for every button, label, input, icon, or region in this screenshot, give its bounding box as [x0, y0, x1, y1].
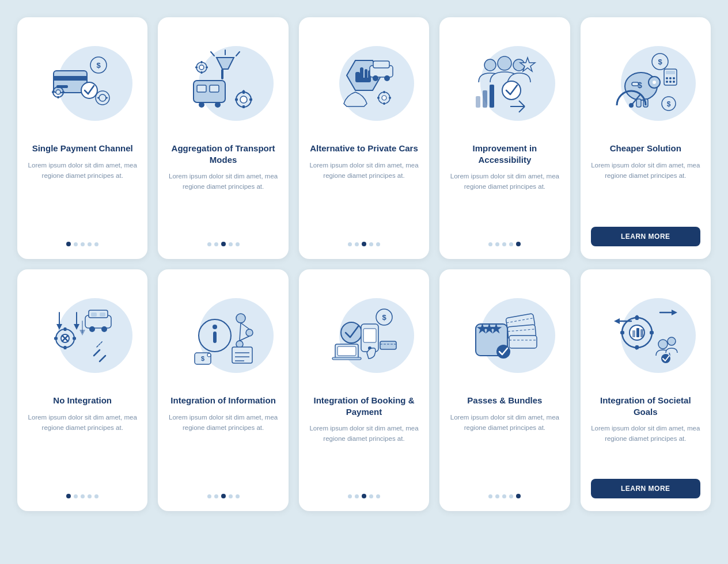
svg-rect-151 [636, 328, 639, 337]
card-body: Lorem ipsum dolor sit dim amet, mea regi… [28, 160, 137, 234]
dot-2 [495, 494, 499, 498]
svg-point-111 [213, 325, 217, 329]
svg-rect-155 [620, 331, 624, 334]
card-alternative-cars: Alternative to Private Cars Lorem ipsum … [299, 17, 429, 259]
svg-rect-38 [206, 67, 208, 68]
single-payment-icon: $ [48, 49, 117, 118]
svg-rect-60 [483, 90, 487, 108]
dot-3 [362, 242, 366, 246]
dot-2 [355, 494, 359, 498]
svg-rect-61 [490, 85, 494, 108]
learn-more-button[interactable]: LEARN MORE [591, 479, 700, 498]
svg-point-79 [673, 77, 675, 79]
cheaper-solution-icon: $ $ $ [611, 49, 680, 118]
alternative-cars-icon [329, 49, 399, 118]
dot-2 [74, 242, 78, 246]
card-icon-area: $ $ $ [591, 29, 700, 138]
svg-line-24 [236, 52, 240, 56]
svg-rect-54 [389, 97, 391, 99]
svg-rect-134 [338, 346, 356, 356]
svg-point-56 [498, 56, 511, 70]
no-integration-icon [48, 301, 117, 370]
svg-rect-52 [383, 102, 385, 105]
card-title: Improvement in Accessibility [450, 143, 559, 165]
integration-booking-icon: $ [329, 301, 399, 370]
dot-1 [207, 494, 211, 498]
card-title: Cheaper Solution [610, 143, 681, 154]
svg-line-108 [100, 356, 105, 361]
svg-rect-10 [52, 92, 54, 93]
pagination-dots [488, 494, 521, 498]
svg-rect-59 [476, 96, 480, 108]
dot-2 [214, 242, 218, 246]
svg-rect-28 [242, 105, 245, 108]
svg-line-64 [519, 101, 525, 106]
svg-point-77 [666, 77, 668, 79]
learn-more-button[interactable]: LEARN MORE [591, 227, 700, 246]
svg-rect-53 [377, 97, 380, 99]
svg-rect-156 [650, 331, 654, 334]
dot-4 [229, 494, 233, 498]
svg-line-65 [519, 106, 525, 112]
card-footer [168, 242, 278, 246]
svg-marker-96 [56, 324, 62, 330]
integration-societal-icon [611, 301, 680, 370]
card-footer [309, 242, 419, 246]
card-improvement-accessibility: Improvement in Accessibility Lorem ipsum… [439, 17, 570, 259]
svg-point-166 [668, 337, 676, 345]
svg-rect-8 [58, 86, 59, 88]
svg-rect-152 [640, 329, 643, 337]
dot-5 [236, 242, 240, 246]
card-icon-area [28, 281, 137, 390]
svg-point-84 [629, 103, 634, 108]
svg-text:$: $ [382, 313, 386, 322]
dot-1 [488, 494, 492, 498]
svg-point-68 [653, 81, 656, 84]
dot-4 [369, 242, 373, 246]
svg-rect-105 [91, 313, 97, 317]
svg-point-34 [199, 65, 204, 70]
card-title: Aggregation of Transport Modes [168, 143, 278, 165]
svg-rect-145 [509, 336, 537, 348]
card-no-integration: No Integration Lorem ipsum dolor sit dim… [17, 269, 147, 511]
card-integration-booking: $ Integration of Booking & Payment Lorem… [299, 269, 429, 511]
svg-marker-98 [74, 324, 79, 330]
passes-bundles-icon [470, 301, 539, 370]
dot-3 [221, 242, 226, 246]
integration-information-icon: $ [189, 301, 258, 370]
dot-3 [502, 242, 506, 246]
svg-text:$: $ [638, 81, 642, 90]
svg-rect-150 [632, 330, 635, 337]
svg-text:$: $ [666, 100, 670, 108]
svg-rect-76 [666, 71, 675, 74]
svg-rect-21 [221, 69, 223, 79]
svg-point-55 [484, 59, 496, 71]
dot-5 [376, 494, 380, 498]
svg-rect-35 [200, 61, 202, 63]
svg-point-114 [246, 329, 253, 336]
card-icon-area [450, 281, 559, 390]
svg-line-109 [97, 341, 103, 347]
svg-rect-1 [54, 76, 87, 81]
svg-point-147 [496, 345, 510, 359]
svg-point-165 [658, 340, 668, 349]
card-body: Lorem ipsum dolor sit dim amet, mea regi… [168, 171, 278, 234]
card-body: Lorem ipsum dolor sit dim amet, mea regi… [309, 423, 419, 486]
svg-point-47 [373, 75, 378, 81]
improvement-accessibility-icon [470, 49, 539, 118]
pagination-dots [207, 494, 240, 498]
svg-line-117 [240, 336, 249, 341]
card-aggregation-transport: Aggregation of Transport Modes Lorem ips… [158, 17, 288, 259]
card-icon-area: $ [28, 29, 137, 138]
svg-rect-30 [249, 98, 252, 101]
svg-line-22 [211, 52, 214, 56]
dot-4 [509, 242, 513, 246]
svg-point-19 [215, 102, 221, 108]
svg-point-115 [236, 341, 243, 348]
dot-1 [66, 494, 71, 498]
dot-2 [74, 494, 78, 498]
svg-point-3 [81, 82, 97, 98]
svg-marker-13 [106, 97, 108, 99]
dot-3 [81, 494, 85, 498]
dot-5 [516, 494, 521, 498]
